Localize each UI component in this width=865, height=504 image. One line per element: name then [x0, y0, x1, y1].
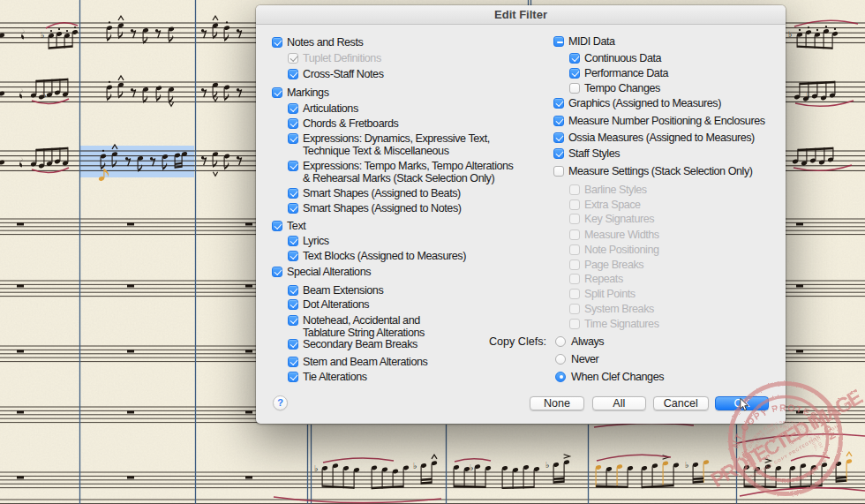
checkbox-label-notehead-accidental-and: Notehead, Accidental and Tablature Strin… — [303, 314, 425, 339]
ok-button[interactable]: OK — [715, 396, 769, 411]
checkbox-label-tuplet-definitions: Tuplet Definitions — [303, 52, 381, 64]
checkbox-label-lyrics: Lyrics — [303, 235, 329, 247]
radio-label-always: Always — [571, 335, 604, 348]
svg-text:♭: ♭ — [685, 460, 688, 470]
checkbox-system-breaks[interactable] — [569, 304, 580, 314]
checkbox-tuplet-definitions[interactable] — [288, 53, 298, 64]
checkbox-label-text: Text — [287, 220, 305, 232]
checkbox-performance-data[interactable] — [569, 68, 580, 79]
checkbox-measure-settings-stack-selection-only[interactable] — [553, 166, 564, 177]
copy-clefs-label: Copy Clefs: — [476, 335, 546, 348]
checkbox-tempo-changes[interactable] — [569, 83, 580, 94]
checkbox-label-dot-alterations: Dot Alterations — [303, 298, 369, 311]
checkbox-beam-extensions[interactable] — [288, 285, 298, 296]
svg-text:♭: ♭ — [41, 30, 44, 40]
radio-always[interactable] — [555, 336, 566, 347]
checkbox-label-smart-shapes-assigned-to-beats: Smart Shapes (Assigned to Beats) — [303, 187, 461, 199]
svg-text:♭: ♭ — [545, 460, 549, 470]
checkbox-stem-and-beam-alterations[interactable] — [288, 357, 298, 367]
checkbox-measure-widths[interactable] — [569, 229, 580, 240]
checkbox-label-note-positioning: Note Positioning — [584, 244, 659, 256]
checkbox-label-midi-data: MIDI Data — [568, 35, 615, 48]
checkbox-expressions-tempo-marks-tempo-alterations[interactable] — [288, 161, 298, 171]
checkbox-midi-data[interactable] — [553, 36, 564, 47]
selected-measure-highlight — [80, 146, 194, 177]
checkbox-time-signatures[interactable] — [569, 319, 580, 329]
edit-filter-dialog: Edit Filter Notes and Rests Tuplet Defin… — [256, 5, 786, 424]
checkbox-label-text-blocks-assigned-to-measures: Text Blocks (Assigned to Measures) — [303, 250, 466, 262]
checkbox-dot-alterations[interactable] — [288, 299, 298, 310]
dialog-title: Edit Filter — [494, 8, 547, 21]
checkbox-label-special-alterations: Special Alterations — [287, 266, 371, 278]
checkbox-measure-number-positioning-enclosures[interactable] — [553, 116, 564, 126]
checkbox-markings[interactable] — [272, 87, 282, 98]
checkbox-label-ossia-measures-assigned-to-measures: Ossia Measures (Assigned to Measures) — [568, 132, 755, 144]
checkbox-special-alterations[interactable] — [272, 267, 282, 277]
checkbox-label-markings: Markings — [287, 87, 329, 99]
checkbox-lyrics[interactable] — [288, 236, 298, 246]
svg-text:♭: ♭ — [314, 463, 318, 473]
checkbox-label-measure-settings-stack-selection-only: Measure Settings (Stack Selection Only) — [568, 165, 753, 177]
checkbox-label-repeats: Repeats — [584, 273, 623, 285]
checkbox-label-performance-data: Performance Data — [584, 67, 668, 79]
cancel-button[interactable]: Cancel — [653, 396, 709, 411]
checkbox-label-continuous-data: Continuous Data — [584, 52, 661, 64]
checkbox-text-blocks-assigned-to-measures[interactable] — [288, 251, 298, 261]
checkbox-tie-alterations[interactable] — [288, 372, 298, 382]
checkbox-barline-styles[interactable] — [569, 184, 580, 195]
none-button[interactable]: None — [530, 396, 584, 411]
checkbox-label-articulations: Articulations — [303, 102, 358, 115]
checkbox-label-measure-number-positioning-enclosures: Measure Number Positioning & Enclosures — [568, 115, 765, 127]
checkbox-label-staff-styles: Staff Styles — [568, 147, 620, 160]
checkbox-secondary-beam-breaks[interactable] — [288, 339, 298, 350]
checkbox-page-breaks[interactable] — [569, 260, 580, 270]
checkbox-label-page-breaks: Page Breaks — [584, 259, 643, 271]
checkbox-note-positioning[interactable] — [569, 244, 580, 255]
checkbox-label-graphics-assigned-to-measures: Graphics (Assigned to Measures) — [568, 97, 721, 109]
svg-text:♭: ♭ — [788, 29, 792, 39]
checkbox-text[interactable] — [272, 221, 282, 231]
checkbox-articulations[interactable] — [288, 103, 298, 114]
checkbox-expressions-dynamics-expressive-text[interactable] — [288, 133, 298, 144]
checkbox-label-measure-widths: Measure Widths — [584, 229, 659, 241]
checkbox-smart-shapes-assigned-to-beats[interactable] — [288, 188, 298, 199]
checkbox-label-smart-shapes-assigned-to-notes: Smart Shapes (Assigned to Notes) — [303, 202, 462, 214]
radio-never[interactable] — [555, 354, 566, 365]
checkbox-staff-styles[interactable] — [553, 148, 564, 159]
checkbox-label-expressions-tempo-marks-tempo-alterations: Expressions: Tempo Marks, Tempo Alterati… — [303, 160, 513, 184]
checkbox-extra-space[interactable] — [569, 199, 580, 210]
radio-label-when-clef-changes: When Clef Changes — [571, 371, 664, 383]
checkbox-ossia-measures-assigned-to-measures[interactable] — [553, 132, 564, 143]
finale-app-screen: ♭ ♭ ♭ ♭ — [0, 0, 865, 504]
checkbox-continuous-data[interactable] — [569, 53, 580, 64]
checkbox-label-expressions-dynamics-expressive-text: Expressions: Dynamics, Expressive Text, … — [303, 132, 490, 157]
radio-label-never: Never — [571, 353, 598, 365]
checkbox-repeats[interactable] — [569, 274, 580, 284]
checkbox-label-key-signatures: Key Signatures — [584, 213, 654, 225]
help-button[interactable]: ? — [273, 395, 288, 410]
svg-text:♭: ♭ — [470, 463, 473, 472]
radio-when-clef-changes[interactable] — [555, 372, 566, 382]
checkbox-label-system-breaks: System Breaks — [584, 303, 654, 315]
checkbox-split-points[interactable] — [569, 289, 580, 299]
checkbox-label-split-points: Split Points — [584, 288, 636, 300]
svg-text:♭: ♭ — [413, 461, 417, 470]
checkbox-label-extra-space: Extra Space — [584, 199, 641, 211]
checkbox-notehead-accidental-and[interactable] — [288, 315, 298, 326]
checkbox-label-notes-and-rests: Notes and Rests — [287, 36, 363, 49]
checkbox-cross-staff-notes[interactable] — [288, 69, 298, 79]
checkbox-smart-shapes-assigned-to-notes[interactable] — [288, 203, 298, 214]
checkbox-label-tempo-changes: Tempo Changes — [584, 82, 660, 94]
checkbox-label-stem-and-beam-alterations: Stem and Beam Alterations — [303, 356, 427, 368]
checkbox-label-beam-extensions: Beam Extensions — [303, 284, 383, 297]
checkbox-label-secondary-beam-breaks: Secondary Beam Breaks — [303, 338, 417, 350]
checkbox-label-cross-staff-notes: Cross-Staff Notes — [303, 68, 384, 80]
checkbox-label-tie-alterations: Tie Alterations — [303, 371, 367, 383]
checkbox-graphics-assigned-to-measures[interactable] — [553, 98, 564, 109]
checkbox-chords-fretboards[interactable] — [288, 118, 298, 129]
dialog-titlebar[interactable]: Edit Filter — [256, 5, 786, 25]
checkbox-label-barline-styles: Barline Styles — [584, 184, 647, 196]
checkbox-notes-and-rests[interactable] — [272, 37, 282, 48]
checkbox-key-signatures[interactable] — [569, 214, 580, 224]
all-button[interactable]: All — [592, 396, 647, 411]
